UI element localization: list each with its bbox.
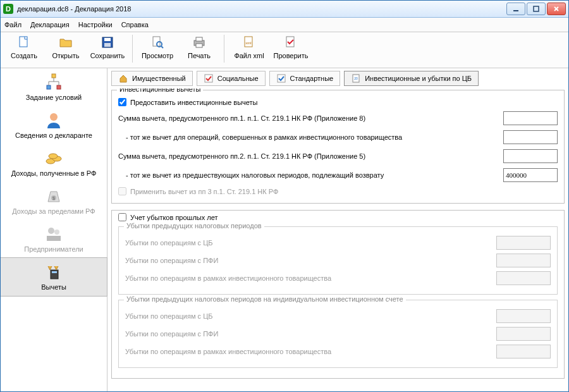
checkbox-apply-p3-input: [118, 187, 126, 195]
svg-rect-32: [278, 75, 285, 82]
tab-property[interactable]: Имущественный: [111, 71, 193, 86]
app-icon: D: [3, 4, 13, 14]
bag-icon: $: [44, 186, 64, 206]
svg-rect-18: [47, 85, 51, 89]
toolbar-new[interactable]: Создать: [3, 34, 45, 61]
losses-group-1: Убытки предыдущих налоговых периодов Убы…: [118, 226, 558, 295]
sidebar-item-conditions[interactable]: Задание условий: [1, 68, 107, 106]
toolbar-check[interactable]: Проверить: [270, 34, 312, 61]
panel-losses: Учет убытков прошлых лет Убытки предыдущ…: [111, 210, 565, 379]
svg-rect-28: [47, 236, 61, 241]
toolbar-separator: [224, 35, 224, 63]
checkbox-apply-p3: Применить вычет из пп 3 п.1. Ст. 219.1 Н…: [118, 187, 558, 195]
check-icon: [283, 35, 298, 50]
open-icon: [58, 35, 73, 50]
house-icon: [118, 73, 128, 83]
menu-help[interactable]: Справка: [121, 21, 149, 28]
toolbar-print[interactable]: Печать: [178, 34, 220, 61]
svg-rect-30: [52, 271, 57, 273]
svg-rect-12: [196, 37, 202, 41]
losses2-row-1: Убытки по операциям с ЦБ: [125, 309, 551, 323]
briefcase-icon: [44, 224, 64, 244]
preview-icon: [150, 35, 165, 50]
svg-text:xml: xml: [245, 41, 251, 45]
check-red-icon: [204, 73, 214, 83]
invest-line-4: - тот же вычет из предшествующих налогов…: [118, 168, 558, 182]
sidebar-item-entrepreneur: Предприниматели: [1, 220, 107, 258]
losses1-input-3: [496, 271, 551, 285]
menu-settings[interactable]: Настройки: [78, 21, 113, 28]
losses1-input-2: [496, 254, 551, 267]
svg-rect-4: [20, 37, 27, 47]
losses1-input-1: [496, 236, 551, 250]
menu-file[interactable]: Файл: [4, 21, 21, 28]
maximize-button[interactable]: [527, 3, 546, 15]
svg-rect-1: [534, 6, 539, 11]
menu-declaration[interactable]: Декларация: [30, 21, 70, 28]
body: Задание условий Сведения о декларанте До…: [1, 68, 568, 391]
tab-standard[interactable]: Стандартные: [269, 71, 341, 86]
losses1-row-3: Убытки по операциям в рамках инвестицион…: [125, 271, 551, 285]
tab-social[interactable]: Социальные: [197, 71, 266, 86]
sidebar-item-income-abroad: $Доходы за пределами РФ: [1, 182, 107, 220]
svg-rect-19: [57, 85, 61, 89]
losses2-input-3: [496, 345, 551, 358]
losses1-row-1: Убытки по операциям с ЦБ: [125, 236, 551, 250]
losses1-row-2: Убытки по операциям с ПФИ: [125, 254, 551, 267]
toolbar: Создать Открыть Сохранить Просмотр Печат…: [1, 32, 568, 68]
invest-line-2: - тот же вычет для операций, совершенных…: [118, 130, 558, 144]
panel-invest-legend: Инвестиционные вычеты: [117, 89, 203, 93]
losses-group-2: Убытки предыдущих налоговых периодов на …: [118, 300, 558, 368]
losses2-input-1: [496, 309, 551, 323]
tabbar: Имущественный Социальные Стандартные 20И…: [107, 68, 568, 89]
svg-point-20: [50, 113, 58, 121]
invest-input-4[interactable]: [503, 168, 558, 182]
losses2-row-3: Убытки по операциям в рамках инвестицион…: [125, 345, 551, 358]
tab-invest[interactable]: 20Инвестиционные и убытки по ЦБ: [344, 71, 479, 86]
check-blue-icon: [276, 73, 286, 83]
toolbar-xml[interactable]: xmlФайл xml: [228, 34, 270, 61]
invest-line-1: Сумма вычета, предусмотренного пп.1. п.1…: [118, 111, 558, 125]
svg-text:$: $: [52, 196, 55, 200]
svg-rect-6: [104, 38, 111, 41]
calc-icon: [44, 262, 64, 282]
invest-input-1[interactable]: [503, 111, 558, 125]
checkbox-losses-input[interactable]: [118, 213, 126, 221]
person-icon: [44, 110, 64, 130]
titlebar: D декларация.dc8 - Декларация 2018: [1, 1, 568, 18]
svg-rect-7: [104, 43, 111, 47]
window-title: декларация.dc8 - Декларация 2018: [17, 5, 503, 13]
svg-text:20: 20: [354, 77, 358, 80]
window-buttons: [506, 3, 566, 15]
checkbox-provide-invest-input[interactable]: [118, 98, 126, 106]
save-icon: [100, 35, 115, 50]
invest-input-2[interactable]: [503, 130, 558, 144]
svg-point-27: [54, 230, 59, 235]
toolbar-open[interactable]: Открыть: [45, 34, 87, 61]
sidebar: Задание условий Сведения о декларанте До…: [1, 68, 107, 391]
svg-rect-31: [205, 75, 212, 82]
print-icon: [192, 35, 207, 50]
sidebar-item-income-rf[interactable]: Доходы, полученные в РФ: [1, 144, 107, 182]
menubar: Файл Декларация Настройки Справка: [1, 18, 568, 32]
checkbox-losses[interactable]: Учет убытков прошлых лет: [118, 213, 558, 221]
svg-rect-16: [286, 37, 294, 47]
sidebar-item-declarant[interactable]: Сведения о декларанте: [1, 106, 107, 144]
checkbox-provide-invest[interactable]: Предоставить инвестиционные вычеты: [118, 98, 558, 106]
toolbar-preview[interactable]: Просмотр: [137, 34, 178, 61]
panel-invest: Инвестиционные вычеты Предоставить инвес…: [111, 90, 565, 204]
losses2-input-2: [496, 327, 551, 341]
xml-icon: xml: [242, 35, 257, 50]
close-button[interactable]: [547, 3, 566, 15]
minimize-button[interactable]: [506, 3, 525, 15]
sidebar-item-deductions[interactable]: Вычеты: [1, 257, 107, 297]
svg-rect-13: [196, 44, 202, 47]
content: Инвестиционные вычеты Предоставить инвес…: [107, 89, 568, 391]
toolbar-separator: [132, 35, 133, 63]
doc-icon: 20: [351, 73, 361, 83]
svg-point-23: [49, 154, 58, 159]
invest-input-3[interactable]: [503, 149, 558, 163]
coins-icon: [44, 148, 64, 168]
toolbar-save[interactable]: Сохранить: [87, 34, 128, 61]
svg-point-26: [48, 228, 54, 234]
